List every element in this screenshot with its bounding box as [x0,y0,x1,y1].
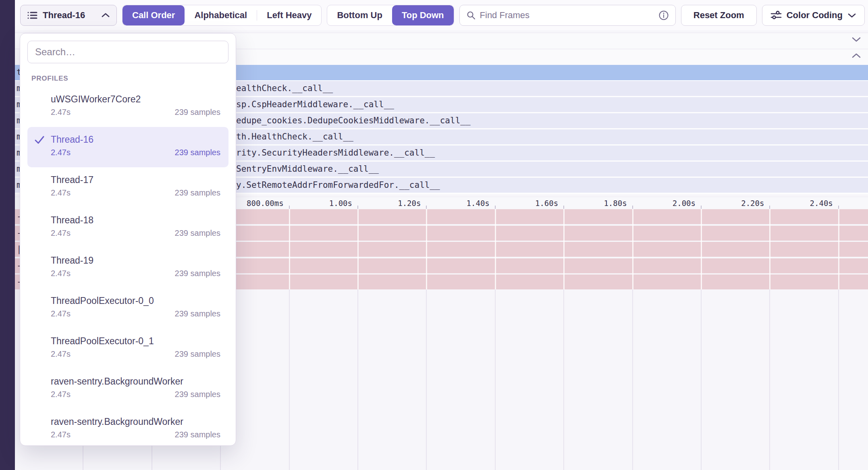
info-icon[interactable] [658,10,669,21]
time-gridline [495,289,496,470]
collapse-flamegraph-chevron-up-icon[interactable] [851,52,862,59]
profile-item-thread-19[interactable]: Thread-192.47s239 samples [27,248,228,288]
reset-zoom-button[interactable]: Reset Zoom [681,5,757,26]
profile-item-threadpoolexecutor-0-1[interactable]: ThreadPoolExecutor-0_12.47s239 samples [27,329,228,369]
profile-stats: 2.47s239 samples [51,148,220,157]
profile-samples: 239 samples [175,229,220,238]
axis-tick-mark [357,206,358,209]
profile-name: raven-sentry.BackgroundWorker [51,415,220,428]
profile-samples: 239 samples [175,108,220,117]
profile-stats: 2.47s239 samples [51,349,220,359]
time-gridline [563,289,564,470]
profile-stats: 2.47s239 samples [51,430,220,439]
axis-tick-mark [426,206,427,209]
frame-label: ealthCheck.__call__ [236,83,333,93]
find-frames-input[interactable] [480,10,654,21]
time-gridline [838,289,839,470]
profile-name: ThreadPoolExecutor-0_1 [51,334,220,348]
color-coding-label: Color Coding [787,10,843,21]
search-icon [466,10,476,20]
axis-tick-mark [769,206,770,209]
time-gridline [426,289,427,470]
profile-stats: 2.47s239 samples [51,309,220,318]
profile-stats: 2.47s239 samples [51,188,220,198]
profile-samples: 239 samples [175,309,220,318]
profile-name: Thread-16 [51,133,220,146]
axis-tick-mark [289,206,290,209]
sliders-icon [770,10,782,21]
frame-label: edupe_cookies.DedupeCookiesMiddleware.__… [236,116,471,125]
axis-tick-label: 2.40s [752,199,833,208]
profile-item-raven-sentry-backgroundworker[interactable]: raven-sentry.BackgroundWorker2.47s239 sa… [27,409,228,446]
chevron-down-icon [847,12,856,18]
profile-samples: 239 samples [175,148,220,157]
axis-tick-mark [563,206,564,209]
profile-duration: 2.47s [51,269,71,278]
thread-selector-label: Thread-16 [43,10,96,21]
checkmark-icon [34,134,45,146]
profiles-search-input[interactable] [27,41,228,63]
profile-item-threadpoolexecutor-0-0[interactable]: ThreadPoolExecutor-0_02.47s239 samples [27,288,228,329]
frame-label: y.SetRemoteAddrFromForwardedFor.__call__ [236,180,440,190]
profile-duration: 2.47s [51,309,71,318]
sort-segmented-control: Call OrderAlphabeticalLeft Heavy [122,5,322,26]
profile-samples: 239 samples [175,188,220,198]
profile-duration: 2.47s [51,430,71,439]
profile-item-uwsgiworker7core2[interactable]: uWSGIWorker7Core22.47s239 samples [27,87,228,127]
profile-item-thread-17[interactable]: Thread-172.47s239 samples [27,167,228,208]
profile-item-raven-sentry-backgroundworker[interactable]: raven-sentry.BackgroundWorker2.47s239 sa… [27,369,228,409]
time-gridline [357,289,358,470]
profile-duration: 2.47s [51,108,71,117]
profile-duration: 2.47s [51,188,71,198]
profile-name: ThreadPoolExecutor-0_0 [51,294,220,308]
frame-label: rity.SecurityHeadersMiddleware.__call__ [236,148,435,158]
thread-selector-button[interactable]: Thread-16 [20,5,117,26]
sort-option-alphabetical[interactable]: Alphabetical [185,5,257,25]
frame-label: th.HealthCheck.__call__ [236,132,353,141]
collapse-minimap-chevron-down-icon[interactable] [851,36,862,43]
profile-stats: 2.47s239 samples [51,108,220,117]
direction-option-bottom-up[interactable]: Bottom Up [327,5,392,25]
time-gridline [289,289,290,470]
profile-name: raven-sentry.BackgroundWorker [51,374,220,388]
axis-tick-mark [632,206,633,209]
profile-duration: 2.47s [51,229,71,238]
profiles-list: uWSGIWorker7Core22.47s239 samplesThread-… [27,87,228,446]
profile-samples: 239 samples [175,390,220,399]
profile-name: Thread-17 [51,173,220,187]
time-gridline [769,289,770,470]
profiles-dropdown-panel: PROFILES uWSGIWorker7Core22.47s239 sampl… [20,33,236,446]
time-gridline [632,289,633,470]
profile-samples: 239 samples [175,349,220,359]
profile-stats: 2.47s239 samples [51,229,220,238]
time-gridline [701,289,702,470]
profile-duration: 2.47s [51,148,71,157]
chevron-up-icon [101,12,110,18]
frame-label: sp.CspHeaderMiddleware.__call__ [236,100,394,109]
profiles-section-label: PROFILES [31,75,228,83]
sort-option-call-order[interactable]: Call Order [123,5,185,25]
flamegraph-toolbar: Thread-16 Call OrderAlphabeticalLeft Hea… [15,0,868,30]
axis-tick-mark [495,206,496,209]
profile-name: Thread-19 [51,254,220,267]
profile-name: Thread-18 [51,213,220,227]
profile-samples: 239 samples [175,269,220,278]
profile-stats: 2.47s239 samples [51,390,220,399]
sort-option-left-heavy[interactable]: Left Heavy [257,5,321,25]
axis-tick-mark [838,206,839,209]
direction-segmented-control: Bottom UpTop Down [327,5,454,26]
axis-tick-mark [701,206,702,209]
direction-option-top-down[interactable]: Top Down [392,5,454,25]
app-sidebar-strip [0,0,15,470]
profile-duration: 2.47s [51,390,71,399]
profile-item-thread-16[interactable]: Thread-162.47s239 samples [27,127,228,167]
profile-samples: 239 samples [175,430,220,439]
profile-stats: 2.47s239 samples [51,269,220,278]
profile-item-thread-18[interactable]: Thread-182.47s239 samples [27,208,228,248]
find-frames-search[interactable] [459,5,676,26]
reset-zoom-label: Reset Zoom [694,10,744,21]
profile-name: uWSGIWorker7Core2 [51,92,220,106]
profile-duration: 2.47s [51,349,71,359]
frame-label: SentryEnvMiddleware.__call__ [236,164,379,174]
color-coding-button[interactable]: Color Coding [762,5,865,26]
